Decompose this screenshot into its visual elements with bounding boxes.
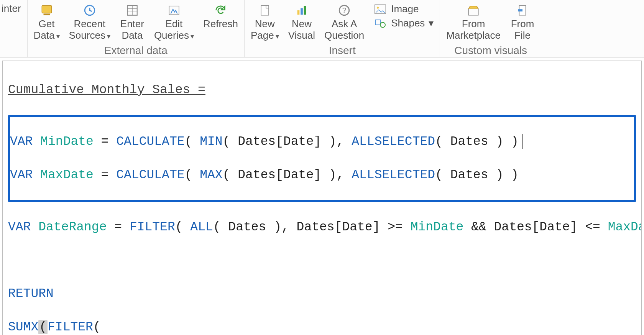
edit-queries-label: Edit Queries [154,18,189,41]
formula-bar[interactable]: Cumulative Monthly Sales = VAR MinDate =… [2,61,642,335]
from-file-label: From File [511,18,534,41]
format-painter-button[interactable]: inter [2,2,26,16]
svg-rect-9 [297,10,300,15]
custom-visuals-section: From Marketplace From File Custom visual… [440,0,541,57]
enter-data-button[interactable]: Enter Data [115,2,150,43]
image-icon [373,3,387,15]
formula-line-var-maxdate: VAR MaxDate = CALCULATE( MAX( Dates[Date… [10,167,634,184]
chart-icon [294,3,309,18]
edit-queries-button[interactable]: Edit Queries▾ [150,2,199,43]
svg-point-17 [380,22,385,27]
svg-rect-16 [375,20,380,25]
svg-rect-0 [42,5,52,13]
svg-rect-10 [301,8,303,15]
ask-question-button[interactable]: ? Ask A Question [320,2,369,43]
refresh-button[interactable]: Refresh [199,2,243,31]
insert-section-label: Insert [246,43,438,60]
chevron-down-icon: ▾ [107,33,110,40]
external-data-section: Get Data▾ Recent Sources▾ Enter Data Edi… [28,0,245,57]
refresh-icon [213,3,228,18]
get-data-button[interactable]: Get Data▾ [29,2,64,43]
svg-rect-8 [261,5,269,15]
recent-sources-label: Recent Sources [69,18,105,41]
insert-objects-group: Image Shapes ▾ [369,2,438,29]
get-data-label: Get Data [34,18,55,41]
chevron-down-icon: ▾ [276,33,279,40]
edit-queries-icon [167,3,181,18]
ribbon: inter Get Data▾ Recent Sources▾ [0,0,644,57]
formula-line-var-mindate: VAR MinDate = CALCULATE( MIN( Dates[Date… [10,133,634,150]
get-data-icon [39,3,54,18]
formula-line-return: RETURN [8,286,636,302]
svg-rect-1 [43,14,50,15]
from-file-button[interactable]: From File [505,2,540,43]
custom-visuals-section-label: Custom visuals [442,43,540,60]
text-cursor-icon [522,134,522,149]
svg-rect-20 [518,9,522,11]
svg-point-15 [377,7,379,8]
svg-rect-11 [304,6,306,15]
enter-data-icon [125,3,140,18]
formula-line-measure-name: Cumulative Monthly Sales = [8,82,636,99]
recent-sources-button[interactable]: Recent Sources▾ [64,2,115,43]
insert-shapes-label: Shapes [391,17,425,29]
new-page-icon [258,3,272,18]
marketplace-icon [466,3,481,18]
question-icon: ? [337,3,352,18]
formula-line-sumx: SUMX(FILTER( [8,319,636,335]
chevron-down-icon: ▾ [56,33,60,40]
file-icon [515,3,530,18]
formula-line-var-daterange: VAR DateRange = FILTER( ALL( Dates ), Da… [8,219,636,236]
new-visual-label: New Visual [288,18,315,41]
insert-shapes-button[interactable]: Shapes ▾ [373,17,434,29]
ribbon-clipboard-section: inter [0,0,28,57]
highlight-annotation-box: VAR MinDate = CALCULATE( MIN( Dates[Date… [8,115,636,202]
from-marketplace-label: From Marketplace [446,18,501,41]
enter-data-label: Enter Data [120,18,144,41]
new-page-button[interactable]: New Page▾ [246,2,284,43]
chevron-down-icon: ▾ [429,17,434,29]
ask-question-label: Ask A Question [324,18,364,41]
insert-image-button[interactable]: Image [373,3,419,15]
insert-section: New Page▾ New Visual ? Ask A Question [245,0,440,57]
insert-image-label: Image [391,3,419,15]
svg-text:?: ? [342,6,347,15]
new-page-label: New Page [251,18,275,41]
refresh-label: Refresh [203,18,238,30]
svg-rect-18 [468,9,478,15]
shapes-icon [373,18,387,29]
recent-sources-icon [82,3,97,18]
chevron-down-icon: ▾ [191,33,194,40]
from-marketplace-button[interactable]: From Marketplace [442,2,505,43]
external-data-section-label: External data [29,43,243,60]
new-visual-button[interactable]: New Visual [284,2,320,43]
format-painter-label: inter [2,3,21,15]
